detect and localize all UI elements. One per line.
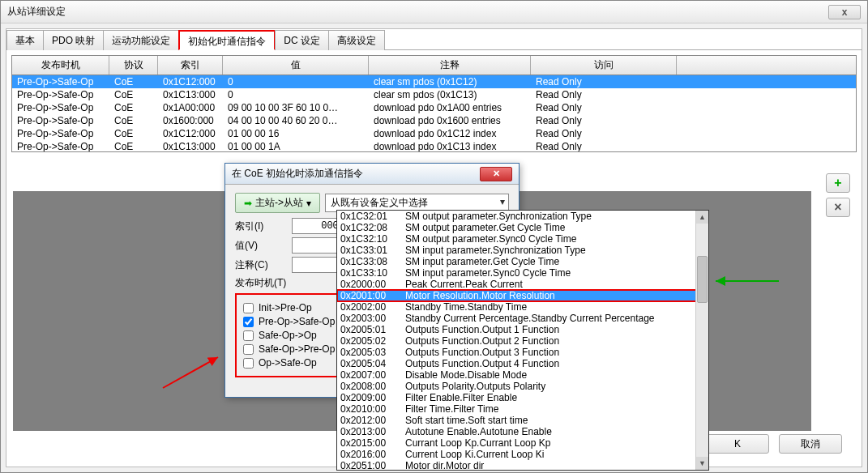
table-cell: download pdo 0x1C12 index (369, 127, 531, 140)
tab-1[interactable]: PDO 映射 (43, 30, 104, 50)
table-row[interactable]: Pre-Op->Safe-OpCoE0x1A00:00009 00 10 00 … (12, 101, 856, 114)
scroll-down-icon[interactable]: ▼ (696, 457, 708, 470)
table-cell: 01 00 00 16 (223, 127, 369, 140)
item-desc: Autotune Enable.Autotune Enable (405, 426, 552, 437)
dropdown-item[interactable]: 0x2005:01Outputs Function.Output 1 Funct… (337, 324, 708, 335)
item-address: 0x2051:00 (340, 460, 405, 471)
table-cell: 01 00 00 1A (223, 140, 369, 152)
table-cell: Read Only (531, 140, 677, 152)
dropdown-item[interactable]: 0x2002:00Standby Time.Standby Time (337, 301, 708, 313)
item-desc: Standby Time.Standby Time (405, 301, 527, 313)
item-desc: SM output parameter.Get Cycle Time (405, 222, 565, 233)
index-label: 索引(I) (235, 219, 292, 233)
dropdown-item[interactable]: 0x2010:00Filter Time.Filter Time (337, 403, 708, 415)
delete-button[interactable]: × (826, 198, 850, 217)
dropdown-item[interactable]: 0x2001:00Motor Resolution.Motor Resoluti… (337, 290, 708, 301)
item-address: 0x2005:01 (340, 324, 405, 335)
table-row[interactable]: Pre-Op->Safe-OpCoE0x1C13:0000clear sm pd… (12, 88, 856, 101)
checkbox[interactable] (243, 330, 254, 341)
device-dropdown[interactable]: 0x1C32:01SM output parameter.Synchroniza… (336, 210, 709, 471)
comment-label: 注释(C) (235, 258, 292, 272)
check-label: Op->Safe-Op (259, 357, 317, 369)
checkbox[interactable] (243, 344, 254, 355)
dropdown-item[interactable]: 0x1C32:08SM output parameter.Get Cycle T… (337, 222, 708, 233)
table-row[interactable]: Pre-Op->Safe-OpCoE0x1C12:00001 00 00 16d… (12, 127, 856, 140)
item-desc: Outputs Function.Output 4 Function (405, 358, 559, 369)
table-cell: clear sm pdos (0x1C12) (369, 75, 531, 88)
item-address: 0x2005:02 (340, 335, 405, 347)
dropdown-item[interactable]: 0x1C32:01SM output parameter.Synchroniza… (337, 211, 708, 222)
dialog-close-button[interactable]: ✕ (480, 167, 512, 181)
dropdown-item[interactable]: 0x2008:00Outputs Polarity.Outputs Polari… (337, 381, 708, 392)
add-button[interactable]: + (826, 173, 850, 193)
scroll-up-icon[interactable]: ▲ (696, 211, 708, 224)
dropdown-item[interactable]: 0x2012:00Soft start time.Soft start time (337, 415, 708, 426)
tab-4[interactable]: DC 设定 (275, 30, 329, 50)
item-address: 0x2000:00 (340, 279, 405, 290)
table-cell: 0x1C13:000 (158, 88, 223, 101)
tab-2[interactable]: 运动功能设定 (103, 30, 179, 50)
column-header[interactable]: 发布时机 (12, 56, 109, 75)
column-header[interactable]: 值 (223, 56, 369, 75)
table-cell: CoE (109, 140, 158, 152)
dropdown-item[interactable]: 0x1C33:10SM input parameter.Sync0 Cycle … (337, 267, 708, 279)
tab-3[interactable]: 初始化时通信指令 (178, 30, 276, 50)
dropdown-item[interactable]: 0x2005:03Outputs Function.Output 3 Funct… (337, 347, 708, 358)
table-cell: CoE (109, 114, 158, 127)
dropdown-item[interactable]: 0x2009:00Filter Enable.Filter Enable (337, 392, 708, 403)
item-desc: SM input parameter.Get Cycle Time (405, 256, 559, 267)
dropdown-item[interactable]: 0x2003:00Standby Current Percentage.Stan… (337, 313, 708, 324)
item-desc: SM input parameter.Sync0 Cycle Time (405, 267, 571, 279)
cancel-button[interactable]: 取消 (779, 434, 842, 454)
value-label: 值(V) (235, 239, 292, 253)
item-address: 0x2010:00 (340, 403, 405, 415)
table-cell: Pre-Op->Safe-Op (12, 101, 109, 114)
tab-5[interactable]: 高级设定 (328, 30, 385, 50)
ok-button[interactable]: K (706, 434, 769, 454)
scroll-thumb[interactable] (697, 256, 708, 303)
item-desc: Outputs Function.Output 1 Function (405, 324, 559, 335)
dropdown-item[interactable]: 0x2016:00Current Loop Ki.Current Loop Ki (337, 449, 708, 460)
item-desc: Outputs Polarity.Outputs Polarity (405, 381, 545, 392)
dropdown-item[interactable]: 0x1C32:10SM output parameter.Sync0 Cycle… (337, 233, 708, 245)
checkbox[interactable] (243, 303, 254, 313)
column-header[interactable]: 访问 (531, 56, 677, 75)
column-header[interactable]: 索引 (158, 56, 223, 75)
direction-button[interactable]: ➡ 主站->从站 ▾ (235, 193, 320, 213)
dropdown-item[interactable]: 0x2005:02Outputs Function.Output 2 Funct… (337, 335, 708, 347)
window-close-button[interactable]: x (828, 5, 861, 19)
column-header[interactable]: 协议 (109, 56, 158, 75)
item-desc: Outputs Function.Output 3 Function (405, 347, 559, 358)
dropdown-item[interactable]: 0x2051:00Motor dir.Motor dir (337, 460, 708, 471)
item-desc: Current Loop Ki.Current Loop Ki (405, 449, 544, 460)
dropdown-item[interactable]: 0x1C33:01SM input parameter.Synchronizat… (337, 245, 708, 256)
table-cell: download pdo 0x1C13 index (369, 140, 531, 152)
table-row[interactable]: Pre-Op->Safe-OpCoE0x1C13:00001 00 00 1Ad… (12, 140, 856, 152)
item-address: 0x1C32:08 (340, 222, 405, 233)
dropdown-item[interactable]: 0x1C33:08SM input parameter.Get Cycle Ti… (337, 256, 708, 267)
dropdown-item[interactable]: 0x2015:00Currant Loop Kp.Currant Loop Kp (337, 437, 708, 449)
item-desc: Currant Loop Kp.Currant Loop Kp (405, 437, 550, 449)
tab-0[interactable]: 基本 (6, 30, 44, 50)
checkbox[interactable] (243, 358, 254, 369)
item-address: 0x1C32:01 (340, 211, 405, 222)
table-cell: CoE (109, 127, 158, 140)
dropdown-item[interactable]: 0x2000:00Peak Current.Peak Current (337, 279, 708, 290)
table-header: 发布时机协议索引值注释访问 (12, 56, 856, 75)
item-address: 0x2008:00 (340, 381, 405, 392)
dropdown-item[interactable]: 0x2007:00Disable Mode.Disable Mode (337, 369, 708, 381)
table-row[interactable]: Pre-Op->Safe-OpCoE0x1C12:0000clear sm pd… (12, 75, 856, 88)
dropdown-item[interactable]: 0x2013:00Autotune Enable.Autotune Enable (337, 426, 708, 437)
table-row[interactable]: Pre-Op->Safe-OpCoE0x1600:00004 00 10 00 … (12, 114, 856, 127)
checkbox[interactable] (243, 317, 254, 327)
table-cell: Read Only (531, 88, 677, 101)
table-cell: 0 (223, 88, 369, 101)
column-header[interactable]: 注释 (369, 56, 531, 75)
dropdown-item[interactable]: 0x2005:04Outputs Function.Output 4 Funct… (337, 358, 708, 369)
table-cell: 0x1A00:000 (158, 101, 223, 114)
side-buttons: + × (826, 173, 850, 217)
item-address: 0x2009:00 (340, 392, 405, 403)
item-desc: Standby Current Percentage.Standby Curre… (405, 313, 655, 324)
table-cell: Pre-Op->Safe-Op (12, 88, 109, 101)
dropdown-scrollbar[interactable]: ▲ ▼ (695, 211, 708, 470)
